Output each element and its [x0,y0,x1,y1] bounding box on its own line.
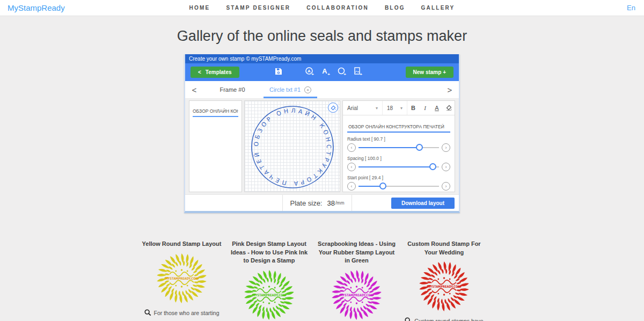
text-properties-panel: Arial ▾ 18 ▾ B I A Radius text [ 90.7 ] [342,100,455,192]
toolbar-icon-group: A+ A+ + + [270,67,366,78]
svg-text:A: A [322,67,327,75]
paint-bucket-icon [445,104,452,111]
main-nav: HOME STAMP DESIGNER COLLABORATION BLOG G… [0,5,644,11]
page-title: Gallery of the online seals and stamps m… [0,28,644,45]
slider-handle[interactable] [379,183,386,189]
add-circle-text-icon[interactable]: A+ [302,67,318,78]
chevron-left-icon: < [198,69,201,75]
increase-button[interactable]: › [442,182,450,191]
increase-button[interactable]: › [442,163,450,171]
add-text-icon[interactable]: A+ [318,67,334,78]
start-point-slider-group: Start point [ 29.4 ] ‹ › [347,175,450,191]
stamp-image-red: MYSTAMPREADY.COM [418,260,470,312]
gallery-cards: Yellow Round Stamp Layout MYSTAMPREADY.C… [0,240,644,321]
top-navigation-bar: MyStampReady HOME STAMP DESIGNER COLLABO… [0,0,644,16]
svg-text:+: + [311,72,314,76]
download-layout-button[interactable]: Download layout [391,198,455,209]
slider-handle[interactable] [429,163,436,170]
svg-text:+: + [360,72,362,76]
save-icon[interactable] [270,67,287,78]
font-toolbar: Arial ▾ 18 ▾ B I A [343,101,455,115]
nav-item-collaboration[interactable]: COLLABORATION [306,5,369,11]
svg-text:MYSTAMPREADY.COM: MYSTAMPREADY.COM [252,293,286,296]
layer-text-field[interactable] [193,107,238,117]
chevron-down-icon: ▾ [400,106,402,111]
new-stamp-button[interactable]: New stamp + [406,67,453,78]
magnifier-icon [144,309,151,316]
add-circle-icon[interactable]: + [334,67,350,78]
nav-item-gallery[interactable]: GALLERY [421,5,455,11]
svg-text:ОБЗОР ОНЛАЙН КОНСТРУКТОРА ПЕЧА: ОБЗОР ОНЛАЙН КОНСТРУКТОРА ПЕЧАТЕЙ [253,107,332,187]
radius-text-slider-group: Radius text [ 90.7 ] ‹ › [347,136,450,152]
decrease-button[interactable]: ‹ [347,143,356,152]
plate-size-unit: /mm [335,200,345,206]
plate-size: Plate size: 38 /mm [282,195,352,211]
magnifier-icon [405,317,412,321]
layer-tabs: < Frame #0 Circle txt #1 × > [185,81,459,99]
decrease-button[interactable]: ‹ [347,182,356,191]
spacing-slider: ‹ › [347,163,450,171]
stamp-image-yellow: MYSTAMPREADY.COM [156,252,208,304]
chevron-down-icon: ▾ [376,106,378,111]
close-tab-icon[interactable]: × [304,86,311,93]
underline-button[interactable]: A [431,105,443,111]
stamp-image-magenta: MYSTAMPREADY.COM [331,269,383,321]
plate-size-value[interactable]: 38 [327,199,334,207]
nav-item-stamp-designer[interactable]: STAMP DESIGNER [226,5,290,11]
font-size-select[interactable]: 18 ▾ [383,101,407,115]
svg-text:MYSTAMPREADY.COM: MYSTAMPREADY.COM [427,284,460,288]
svg-text:A: A [308,69,311,74]
svg-text:+: + [327,72,330,76]
tab-circle-txt-1[interactable]: Circle txt #1 × [261,81,319,98]
radius-text-slider: ‹ › [347,143,450,152]
stamp-text-field[interactable] [347,124,450,133]
add-image-icon[interactable]: + [350,67,366,78]
increase-button[interactable]: › [442,143,450,152]
stamp-canvas[interactable]: ОБЗОР ОНЛАЙН КОНСТРУКТОРА ПЕЧАТЕЙ [244,100,340,192]
tabs-scroll-left-icon[interactable]: < [185,85,203,94]
tab-frame-0[interactable]: Frame #0 [203,81,261,98]
designer-footer: Plate size: 38 /mm Download layout [185,194,459,211]
paint-bucket-icon [330,105,336,111]
start-point-slider: ‹ › [347,182,450,191]
active-tab-underline [264,97,317,98]
nav-item-home[interactable]: HOME [189,5,210,11]
gallery-card-wedding[interactable]: Custom Round Stamp For Your Wedding MYST… [404,240,485,321]
stamp-image-green: MYSTAMPREADY.COM [243,269,295,321]
stamp-preview: ОБЗОР ОНЛАЙН КОНСТРУКТОРА ПЕЧАТЕЙ [245,101,341,193]
nav-item-blog[interactable]: BLOG [385,5,405,11]
svg-text:+: + [343,72,346,76]
stamp-designer-widget: Create your own stamp © mySTAMPready.com… [184,54,460,213]
svg-text:MYSTAMPREADY.COM: MYSTAMPREADY.COM [340,293,373,296]
gallery-card-scrapbooking[interactable]: Scrapbooking Ideas - Using Your Rubber S… [316,240,397,321]
tabs-scroll-right-icon[interactable]: > [441,85,459,94]
designer-toolbar: <Templates A+ A+ + + New stamp + [185,63,459,81]
spacing-slider-group: Spacing [ 100.0 ] ‹ › [347,156,450,171]
gallery-card-pink[interactable]: Pink Design Stamp Layout Ideas - How to … [229,240,310,321]
decrease-button[interactable]: ‹ [347,163,356,171]
canvas-fill-color-button[interactable] [328,103,338,113]
designer-workspace: ОБЗОР ОНЛАЙН КОНСТРУКТОРА ПЕЧАТЕЙ Arial … [185,99,459,194]
svg-text:MYSTAMPREADY.COM: MYSTAMPREADY.COM [165,276,198,280]
bold-button[interactable]: B [407,105,419,111]
designer-titlebar: Create your own stamp © mySTAMPready.com [185,54,459,63]
layer-text-panel [189,100,242,192]
font-family-select[interactable]: Arial ▾ [343,101,383,115]
templates-button[interactable]: <Templates [191,67,239,78]
slider-handle[interactable] [416,144,423,151]
italic-button[interactable]: I [419,105,431,111]
gallery-card-yellow[interactable]: Yellow Round Stamp Layout MYSTAMPREADY.C… [141,240,222,321]
fill-color-button[interactable] [443,104,455,112]
